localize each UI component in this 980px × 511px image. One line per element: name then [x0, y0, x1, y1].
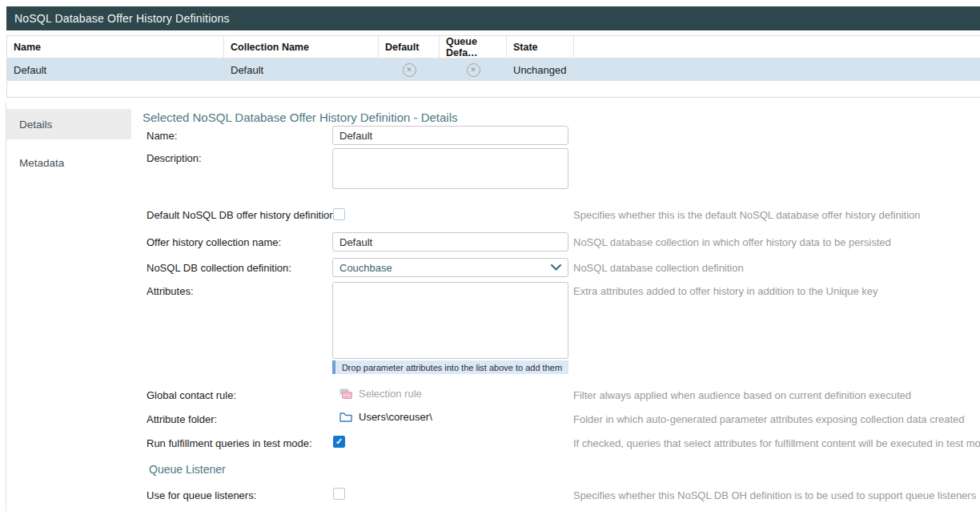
collection-name-label: Offer history collection name:	[147, 236, 281, 248]
page-titlebar: NoSQL Database Offer History Definitions	[6, 6, 980, 30]
queue-listener-section-header: Queue Listener	[149, 463, 226, 476]
collection-name-input[interactable]	[332, 232, 568, 251]
attribute-folder-text: Users\coreuser\	[359, 411, 432, 423]
attributes-drop-hint: Drop parameter attributes into the list …	[332, 360, 568, 374]
collection-definition-select[interactable]: Couchbase	[332, 258, 568, 277]
run-fulfillment-help: If checked, queries that select attribut…	[573, 437, 980, 449]
name-label: Name:	[147, 130, 177, 142]
use-queue-listeners-help: Specifies whether this NoSQL DB OH defin…	[573, 489, 976, 501]
form-title: Selected NoSQL Database Offer History De…	[143, 111, 458, 124]
column-header-default[interactable]: Default	[379, 36, 440, 58]
default-definition-help: Specifies whether this is the default No…	[573, 209, 921, 221]
row-cell-state: Unchanged	[507, 58, 574, 81]
table-row[interactable]: Default Default Unchanged	[7, 58, 980, 81]
attributes-label: Attributes:	[147, 285, 194, 297]
circle-x-icon	[403, 63, 416, 77]
page-title: NoSQL Database Offer History Definitions	[14, 12, 230, 25]
tab-metadata[interactable]: Metadata	[6, 147, 131, 178]
global-contact-rule-value[interactable]: Selection rule	[339, 388, 422, 400]
page: NoSQL Database Offer History Definitions…	[0, 0, 980, 511]
run-fulfillment-label: Run fulfillment queries in test mode:	[147, 437, 312, 449]
run-fulfillment-checkbox[interactable]	[333, 436, 345, 448]
global-contact-rule-label: Global contact rule:	[147, 389, 236, 401]
column-header-name[interactable]: Name	[7, 36, 224, 58]
global-contact-rule-text: Selection rule	[359, 388, 422, 400]
circle-x-icon	[467, 63, 480, 77]
attribute-folder-value[interactable]: Users\coreuser\	[339, 411, 432, 423]
column-header-queue-default[interactable]: Queue Defa…	[440, 36, 507, 58]
attribute-folder-help: Folder in which auto-generated parameter…	[573, 413, 965, 425]
global-contact-rule-help: Filter always applied when audience base…	[573, 389, 911, 401]
collection-definition-label: NoSQL DB collection definition:	[147, 262, 291, 274]
table-header-row: Name Collection Name Default Queue Defa……	[7, 36, 980, 58]
folder-icon	[339, 412, 352, 423]
definitions-table: Name Collection Name Default Queue Defa……	[6, 35, 980, 98]
use-queue-listeners-checkbox[interactable]	[333, 488, 345, 500]
use-queue-listeners-label: Use for queue listeners:	[147, 489, 256, 501]
default-definition-label: Default NoSQL DB offer history definitio…	[147, 209, 338, 221]
description-label: Description:	[147, 152, 202, 164]
chevron-down-icon	[551, 264, 561, 271]
collection-name-help: NoSQL database collection in which offer…	[573, 236, 891, 248]
selection-rule-icon	[339, 388, 352, 399]
name-input[interactable]	[332, 126, 568, 145]
row-cell-collection-name: Default	[224, 58, 379, 81]
column-header-collection-name[interactable]: Collection Name	[224, 36, 379, 58]
table-empty-area	[7, 81, 980, 96]
tab-details[interactable]: Details	[6, 109, 131, 139]
description-input[interactable]	[332, 148, 568, 189]
column-header-state[interactable]: State	[507, 36, 574, 58]
tab-details-label: Details	[19, 119, 52, 131]
attributes-help: Extra attributes added to offer history …	[573, 285, 878, 297]
default-definition-checkbox[interactable]	[333, 208, 345, 220]
tab-metadata-label: Metadata	[19, 157, 64, 169]
attributes-drop-hint-text: Drop parameter attributes into the list …	[342, 363, 562, 372]
collection-definition-value: Couchbase	[339, 262, 392, 274]
row-cell-name: Default	[7, 58, 224, 81]
column-header-filler	[574, 36, 980, 58]
row-cell-default	[379, 58, 440, 81]
attributes-list[interactable]	[332, 282, 568, 359]
collection-definition-help: NoSQL database collection definition	[573, 262, 744, 274]
row-cell-queue-default	[440, 58, 507, 81]
attribute-folder-label: Attribute folder:	[147, 413, 217, 425]
